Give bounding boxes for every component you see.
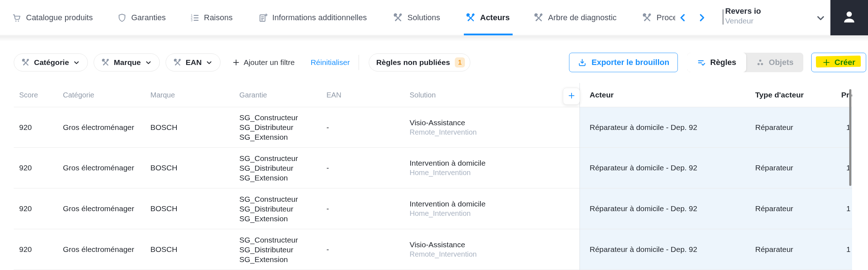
unpublished-rules-chip[interactable]: Règles non publiées 1 xyxy=(369,53,470,71)
cell-ean: - xyxy=(326,148,410,188)
tools-icon xyxy=(534,13,544,23)
add-filter-label: Ajouter un filtre xyxy=(244,58,295,67)
tab-label: Informations additionnelles xyxy=(272,13,367,22)
cell-ean: - xyxy=(326,229,410,270)
filter-icon xyxy=(22,58,30,67)
header-garantie: Garantie xyxy=(239,90,326,100)
table-row[interactable]: 920 Gros électroménager BOSCH SG_Constru… xyxy=(14,188,852,229)
cell-categorie: Gros électroménager xyxy=(63,188,150,229)
cell-acteur: Réparateur à domicile - Dep. 92 xyxy=(580,188,755,229)
tab-arbre-de-diagnostic[interactable]: Arbre de diagnostic xyxy=(534,0,617,35)
tab-procedures[interactable]: Proce xyxy=(642,0,675,35)
nav-tabs: Catalogue produits Garanties 123 Raisons… xyxy=(0,0,675,35)
tab-label: Raisons xyxy=(204,13,232,22)
tab-informations-additionnelles[interactable]: Informations additionnelles xyxy=(258,0,367,35)
create-label: Créer xyxy=(834,58,855,67)
cell-priorite: 1 xyxy=(841,188,852,229)
table-row[interactable]: 920 Gros électroménager BOSCH SG_Constru… xyxy=(14,148,852,188)
cell-solution: Intervention à domicile Home_Interventio… xyxy=(410,148,580,188)
account-divider xyxy=(723,9,723,25)
tabs-scroll-left-button[interactable] xyxy=(677,12,688,23)
cell-type-acteur: Réparateur xyxy=(755,107,841,147)
solution-code: Remote_Intervention xyxy=(410,249,580,259)
cell-garantie: SG_ConstructeurSG_DistributeurSG_Extensi… xyxy=(239,229,326,270)
filter-bar-left: Catégorie Marque EAN Ajouter un filtre R… xyxy=(14,53,470,71)
rules-table: Score Catégorie Marque Garantie EAN Solu… xyxy=(14,83,852,270)
person-icon xyxy=(841,9,858,27)
create-button[interactable]: Créer xyxy=(811,53,866,72)
solution-code: Home_Intervention xyxy=(410,209,580,218)
chevron-left-icon xyxy=(677,18,688,24)
add-column-button[interactable] xyxy=(563,88,580,105)
tab-raisons[interactable]: 123 Raisons xyxy=(190,0,232,35)
cell-score: 920 xyxy=(14,148,63,188)
plus-icon xyxy=(822,58,831,67)
tab-garanties[interactable]: Garanties xyxy=(117,0,166,35)
filter-bar-actions: Exporter le brouillon Règles Objets Crée… xyxy=(569,53,866,72)
filter-bar: Catégorie Marque EAN Ajouter un filtre R… xyxy=(14,53,866,72)
vertical-scrollbar-thumb[interactable] xyxy=(849,89,851,186)
avatar[interactable] xyxy=(830,0,868,35)
cell-acteur: Réparateur à domicile - Dep. 92 xyxy=(580,107,755,147)
tools-icon xyxy=(466,13,476,23)
cell-marque: BOSCH xyxy=(150,229,239,270)
table-row[interactable]: 920 Gros électroménager BOSCH SG_Constru… xyxy=(14,107,852,148)
filter-chip-label: Marque xyxy=(114,58,141,67)
tab-solutions[interactable]: Solutions xyxy=(393,0,440,35)
header-solution: Solution xyxy=(410,91,580,99)
reset-filters-link[interactable]: Réinitialiser xyxy=(311,58,350,67)
tab-label: Acteurs xyxy=(480,13,510,22)
cell-score: 920 xyxy=(14,229,63,270)
filter-icon xyxy=(174,58,182,67)
chevron-down-icon xyxy=(206,59,213,66)
unpublished-rules-label: Règles non publiées xyxy=(376,58,450,67)
tabs-scroll-right-button[interactable] xyxy=(696,12,707,23)
plus-icon xyxy=(568,92,576,101)
toggle-objects-label: Objets xyxy=(769,58,794,67)
tab-acteurs[interactable]: Acteurs xyxy=(466,0,510,35)
tab-label: Garanties xyxy=(131,13,166,22)
cell-ean: - xyxy=(326,107,410,147)
cell-categorie: Gros électroménager xyxy=(63,107,150,147)
solution-code: Home_Intervention xyxy=(410,168,580,177)
pinned-column-divider xyxy=(580,83,580,270)
toggle-objects-segment[interactable]: Objets xyxy=(746,53,803,72)
solution-code: Remote_Intervention xyxy=(410,127,580,137)
chevron-right-icon xyxy=(696,18,707,24)
filter-icon xyxy=(102,58,110,67)
filter-chip-label: Catégorie xyxy=(34,58,69,67)
toggle-rules-segment[interactable]: Règles xyxy=(687,53,746,72)
document-add-icon xyxy=(258,13,268,23)
add-filter-button[interactable]: Ajouter un filtre xyxy=(232,58,295,67)
toggle-rules-label: Règles xyxy=(710,58,736,67)
cell-solution: Visio-Assistance Remote_Intervention xyxy=(410,229,580,270)
header-score: Score xyxy=(14,91,63,99)
account-role: Vendeur xyxy=(725,17,753,25)
plus-icon xyxy=(232,58,240,66)
cell-categorie: Gros électroménager xyxy=(63,229,150,270)
cell-garantie: SG_ConstructeurSG_DistributeurSG_Extensi… xyxy=(239,107,326,147)
filter-chip-ean[interactable]: EAN xyxy=(166,53,221,71)
table-row[interactable]: 920 Gros électroménager BOSCH SG_Constru… xyxy=(14,229,852,270)
ordered-list-icon: 123 xyxy=(190,13,200,23)
filter-chip-marque[interactable]: Marque xyxy=(94,53,160,71)
chevron-down-icon xyxy=(73,59,80,66)
account-dropdown-button[interactable] xyxy=(816,13,826,23)
solution-name: Visio-Assistance xyxy=(410,118,580,127)
cell-type-acteur: Réparateur xyxy=(755,229,841,270)
rules-icon xyxy=(697,58,706,67)
tab-catalogue-produits[interactable]: Catalogue produits xyxy=(12,0,93,35)
account-name: Revers io xyxy=(725,6,761,16)
export-draft-button[interactable]: Exporter le brouillon xyxy=(569,53,678,72)
cell-type-acteur: Réparateur xyxy=(755,188,841,229)
cell-solution: Intervention à domicile Home_Interventio… xyxy=(410,188,580,229)
tab-label: Catalogue produits xyxy=(26,13,93,22)
navbar-shadow xyxy=(0,36,868,42)
cell-ean: - xyxy=(326,188,410,229)
filter-chip-categorie[interactable]: Catégorie xyxy=(14,53,88,71)
page: Catalogue produits Garanties 123 Raisons… xyxy=(0,0,868,270)
solution-name: Visio-Assistance xyxy=(410,240,580,249)
download-icon xyxy=(578,58,587,67)
unpublished-count-badge: 1 xyxy=(455,57,465,68)
cell-garantie: SG_ConstructeurSG_DistributeurSG_Extensi… xyxy=(239,188,326,229)
